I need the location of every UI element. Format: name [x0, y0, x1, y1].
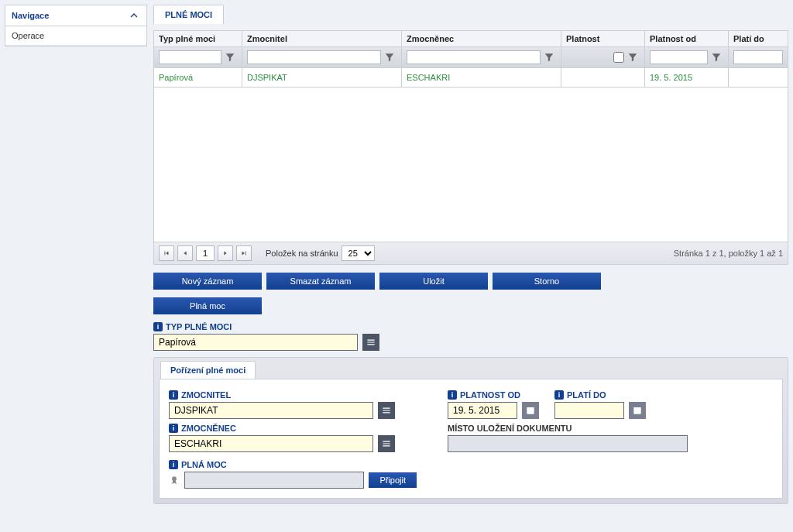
filter-icon[interactable]: [542, 50, 556, 64]
cell-plati-do: [729, 68, 788, 87]
per-page-label: Položek na stránku: [266, 249, 338, 258]
info-icon: i: [169, 460, 178, 469]
delete-record-button[interactable]: Smazat záznam: [266, 273, 375, 290]
cell-platnost-od: 19. 5. 2015: [645, 68, 729, 87]
chevron-up-icon: [128, 9, 140, 22]
sub-panel: Pořízení plné moci i ZMOCNITEL: [153, 357, 788, 504]
tabstrip: PLNÉ MOCI: [153, 5, 788, 24]
svg-rect-2: [633, 407, 640, 414]
filter-icon[interactable]: [383, 50, 396, 64]
filter-platnost-checkbox[interactable]: [613, 52, 624, 63]
typ-field-area: i TYP PLNÉ MOCI: [153, 321, 788, 351]
plna-moc-input[interactable]: [184, 472, 364, 489]
nav-header[interactable]: Navigace: [5, 5, 146, 26]
lookup-icon[interactable]: [362, 334, 379, 351]
subtab-porizeni[interactable]: Pořízení plné moci: [160, 361, 256, 379]
filter-platnost-od[interactable]: [650, 50, 708, 64]
svg-rect-1: [527, 407, 534, 414]
table-row[interactable]: Papírová DJSPIKAT ESCHAKRI 19. 5. 2015: [154, 68, 788, 88]
cell-typ: Papírová: [154, 68, 242, 87]
certificate-icon: [169, 475, 180, 486]
typ-input[interactable]: [153, 334, 358, 351]
zmocnenec-label: ZMOCNĚNEC: [181, 424, 236, 433]
svg-point-0: [172, 476, 177, 481]
calendar-icon[interactable]: [522, 402, 539, 419]
nav-label: Navigace: [12, 11, 49, 20]
per-page-select[interactable]: 25: [342, 245, 375, 261]
filter-zmocnitel[interactable]: [247, 50, 381, 64]
cell-platnost: [561, 68, 645, 87]
cancel-button[interactable]: Storno: [493, 273, 601, 290]
grid: Typ plné moci Zmocnitel Zmocněnec Platno…: [153, 30, 788, 265]
col-header-zmocnenec[interactable]: Zmocněnec: [402, 31, 561, 46]
info-icon: i: [554, 390, 564, 400]
typ-label: TYP PLNÉ MOCI: [166, 322, 232, 331]
col-header-platnost[interactable]: Platnost: [561, 31, 645, 46]
zmocnitel-input[interactable]: [169, 402, 373, 419]
page-prev-button[interactable]: [177, 245, 193, 261]
misto-input[interactable]: [448, 435, 688, 452]
cell-zmocnenec: ESCHAKRI: [402, 68, 561, 87]
new-record-button[interactable]: Nový záznam: [153, 273, 262, 290]
zmocnitel-label: ZMOCNITEL: [181, 390, 231, 400]
col-header-typ[interactable]: Typ plné moci: [154, 31, 242, 46]
section-plna-moc[interactable]: Plná moc: [153, 297, 262, 314]
page-next-button[interactable]: [218, 245, 233, 261]
pripojit-button[interactable]: Připojit: [369, 472, 417, 488]
plati-do-label: PLATÍ DO: [567, 390, 606, 400]
platnost-od-input[interactable]: [448, 402, 517, 419]
col-header-zmocnitel[interactable]: Zmocnitel: [242, 31, 402, 46]
info-icon: i: [169, 424, 178, 433]
nav-panel: Navigace Operace: [5, 5, 147, 46]
filter-plati-do[interactable]: [733, 50, 783, 64]
pager: Položek na stránku 25 Stránka 1 z 1, pol…: [154, 242, 788, 264]
sidebar-item-label: Operace: [12, 31, 44, 40]
filter-typ[interactable]: [159, 50, 221, 64]
cell-zmocnitel: DJSPIKAT: [242, 68, 402, 87]
lookup-icon[interactable]: [378, 435, 395, 452]
pager-summary: Stránka 1 z 1, položky 1 až 1: [674, 249, 783, 258]
plna-moc-label: PLNÁ MOC: [181, 460, 227, 469]
info-icon: i: [448, 390, 457, 400]
misto-label: MÍSTO ULOŽENÍ DOKUMENTU: [448, 424, 572, 433]
filter-icon[interactable]: [626, 50, 640, 64]
zmocnenec-input[interactable]: [169, 435, 373, 452]
filter-icon[interactable]: [223, 50, 237, 64]
calendar-icon[interactable]: [629, 402, 646, 419]
page-last-button[interactable]: [236, 245, 252, 261]
plati-do-input[interactable]: [554, 402, 624, 419]
info-icon: i: [169, 390, 178, 400]
page-number-input[interactable]: [196, 245, 215, 261]
sidebar-item-operace[interactable]: Operace: [5, 26, 146, 46]
filter-icon[interactable]: [709, 50, 723, 64]
save-button[interactable]: Uložit: [379, 273, 488, 290]
filter-zmocnenec[interactable]: [407, 50, 541, 64]
actionbar: Nový záznam Smazat záznam Uložit Storno: [153, 271, 788, 291]
page-first-button[interactable]: [159, 245, 174, 261]
lookup-icon[interactable]: [378, 402, 395, 419]
info-icon: i: [153, 322, 163, 331]
platnost-od-label: PLATNOST OD: [460, 390, 520, 400]
col-header-plati-do[interactable]: Platí do: [729, 31, 788, 46]
col-header-platnost-od[interactable]: Platnost od: [645, 31, 729, 46]
tab-plne-moci[interactable]: PLNÉ MOCI: [153, 5, 224, 24]
